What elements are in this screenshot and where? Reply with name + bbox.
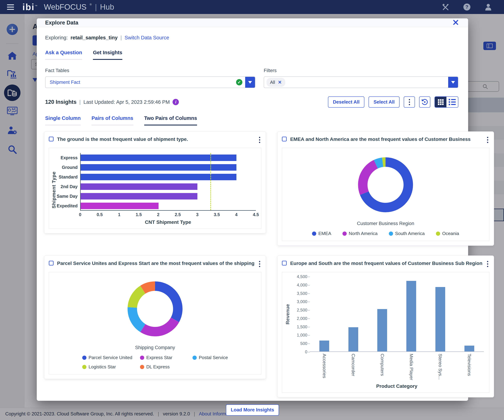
tab-single-column[interactable]: Single Column: [45, 115, 81, 126]
legend: Parcel Service UnitedExpress StarPostal …: [82, 355, 228, 370]
x-tick-label: Stereo Sys...: [438, 354, 443, 380]
fact-tables-select[interactable]: Shipment Fact ✓: [45, 77, 255, 88]
x-tick-label: Camcorder: [351, 354, 356, 380]
kebab-icon: [259, 137, 260, 143]
load-more-insights-button[interactable]: Load More Insights: [226, 404, 279, 416]
legend-item: South America: [389, 231, 425, 236]
top-bar: ibi™ WebFOCUS® | Hub ?: [0, 0, 504, 14]
fact-tables-caret-button[interactable]: [245, 77, 255, 88]
horizontal-bar-chart: Shipment TypeExpressGroundStandard2nd Da…: [49, 148, 261, 228]
x-tick-label: 1.5: [136, 212, 142, 217]
y-tick-label: 2,500: [297, 308, 307, 312]
donut-chart: Shipping CompanyParcel Service UnitedExp…: [49, 272, 261, 374]
product-name: WebFOCUS: [44, 3, 87, 11]
close-icon[interactable]: [452, 18, 460, 27]
tab-get-insights[interactable]: Get Insights: [93, 50, 122, 60]
kebab-icon: [259, 261, 260, 267]
legend: EMEANorth AmericaSouth AmericaOceania: [312, 231, 459, 236]
legend-label: DL Express: [146, 364, 170, 370]
exploring-row: Exploring: retail_samples_tiny | Switch …: [44, 35, 461, 41]
filter-chip-all[interactable]: All ✕: [267, 78, 285, 87]
chip-remove-icon[interactable]: ✕: [278, 80, 282, 85]
tools-button[interactable]: [442, 3, 449, 11]
user-icon: [484, 3, 492, 11]
legend-item: Oceania: [436, 231, 459, 236]
legend-label: South America: [395, 231, 425, 236]
donut-svg: [120, 276, 190, 342]
deselect-all-button[interactable]: Deselect All: [328, 96, 364, 108]
user-button[interactable]: [484, 3, 492, 11]
x-tick-label: 3: [196, 212, 198, 217]
tab-ask-a-question[interactable]: Ask a Question: [45, 50, 82, 60]
app-title: WebFOCUS® | Hub: [44, 3, 114, 11]
list-view-button[interactable]: [446, 97, 458, 107]
card-menu-button[interactable]: [486, 136, 489, 144]
check-icon: ✓: [236, 79, 242, 85]
x-tick-label: 1: [118, 212, 120, 217]
plot-area: [310, 277, 484, 352]
legend-label: Postal Service: [199, 355, 228, 360]
vertical-bar-chart: Revenue4,5004,0003,5003,0002,5002,0001,5…: [282, 272, 489, 393]
help-button[interactable]: ?: [463, 3, 471, 11]
modal-title: Explore Data: [45, 20, 78, 26]
card-checkbox[interactable]: [282, 137, 287, 141]
card-checkbox[interactable]: [49, 137, 54, 141]
tab-pairs-of-columns[interactable]: Pairs of Columns: [91, 115, 133, 126]
category-label: Express: [57, 153, 80, 162]
x-tick-label: 4.5: [253, 212, 259, 217]
bar: [81, 183, 198, 190]
legend-item: North America: [342, 231, 378, 236]
legend-dot: [82, 356, 86, 360]
mean-line: [210, 153, 211, 210]
x-axis-title: CNT Shipment Type: [80, 219, 256, 227]
svg-text:?: ?: [466, 4, 468, 10]
select-all-button[interactable]: Select All: [369, 96, 400, 108]
legend-label: Express Star: [146, 355, 172, 360]
info-icon[interactable]: i: [173, 99, 179, 105]
card-checkbox[interactable]: [282, 261, 287, 265]
bar: [464, 346, 474, 351]
grid-view-button[interactable]: [435, 97, 446, 107]
category-label: Standard: [57, 172, 80, 182]
kebab-icon: [487, 137, 488, 143]
donut-svg: [351, 151, 420, 218]
legend-dot: [140, 365, 144, 369]
category-label: Ground: [57, 162, 80, 172]
modal-tabs: Ask a Question Get Insights: [44, 50, 461, 60]
filters-caret-button[interactable]: [448, 77, 458, 88]
series-label: Customer Business Region: [357, 221, 414, 226]
card-checkbox[interactable]: [49, 261, 54, 265]
history-button[interactable]: [419, 96, 430, 108]
y-tick-label: 4,500: [297, 274, 307, 279]
x-tick-label: Computers: [380, 354, 385, 380]
tab-two-pairs-of-columns[interactable]: Two Pairs of Columns: [144, 115, 197, 126]
legend-dot: [389, 232, 393, 236]
bar: [348, 327, 358, 351]
modal-body: Exploring: retail_samples_tiny | Switch …: [37, 27, 468, 416]
y-tick-label: 3,000: [297, 299, 307, 304]
insight-card-customer-business-region: EMEA and North America are the most freq…: [277, 132, 494, 246]
x-tick-label: Accessories: [322, 354, 327, 380]
y-tick-label: 2,000: [297, 316, 307, 321]
legend-item: DL Express: [140, 364, 192, 370]
card-menu-button[interactable]: [486, 260, 489, 268]
list-icon: [449, 99, 456, 105]
category-label: 2nd Day: [57, 182, 80, 192]
card-menu-button[interactable]: [258, 136, 261, 144]
insight-card-shipping-company: Parcel Service Unites and Express Start …: [44, 256, 266, 379]
legend-label: Oceania: [442, 231, 459, 236]
bar: [81, 193, 198, 199]
bar: [406, 281, 416, 351]
bar: [319, 341, 329, 351]
y-tick-label: 4,000: [297, 283, 307, 288]
insight-title: Europe and South are the most frequent v…: [290, 260, 482, 266]
card-menu-button[interactable]: [258, 260, 261, 268]
y-axis-title: Revenue: [285, 277, 290, 352]
x-axis-labels: AccessoriesCamcorderComputersMedia Playe…: [310, 354, 484, 380]
switch-data-source-link[interactable]: Switch Data Source: [125, 35, 169, 41]
more-options-button[interactable]: [404, 96, 415, 108]
hamburger-menu-icon[interactable]: [7, 4, 14, 10]
y-axis-title: Shipment Type: [51, 153, 57, 227]
area-name: Hub: [100, 3, 114, 11]
filters-select[interactable]: All ✕: [264, 77, 458, 88]
